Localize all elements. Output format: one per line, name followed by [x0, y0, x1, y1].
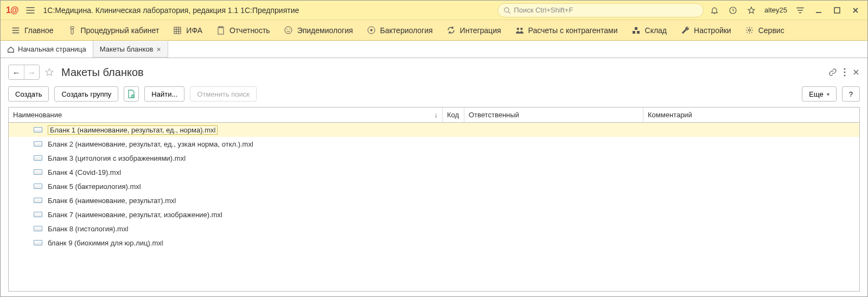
table-row[interactable]: Бланк 3 (цитология с изображениями).mxl: [9, 151, 859, 165]
home-icon: [7, 46, 15, 53]
table-row[interactable]: Бланк 1 (наименование, результат, ед., н…: [9, 123, 859, 137]
table-row[interactable]: Бланк 2 (наименование, результат, ед., у…: [9, 137, 859, 151]
find-button[interactable]: Найти...: [144, 86, 184, 102]
column-header-comment[interactable]: Комментарий: [643, 108, 859, 122]
column-header-responsible[interactable]: Ответственный: [464, 108, 643, 122]
create-button[interactable]: Создать: [8, 86, 49, 102]
menu-item-warehouse[interactable]: Склад: [626, 22, 674, 39]
menu-item-service[interactable]: Сервис: [739, 22, 791, 39]
menu-label: Настройки: [694, 26, 731, 35]
svg-point-11: [286, 29, 288, 30]
nav-forward-button[interactable]: →: [24, 65, 39, 79]
table-row[interactable]: Бланк 8 (гистология).mxl: [9, 222, 859, 236]
table-header: Наименование↓ Код Ответственный Коммента…: [9, 108, 859, 123]
cancel-find-button: Отменить поиск: [190, 86, 257, 102]
people-icon: [515, 26, 524, 35]
global-search-input[interactable]: [514, 6, 698, 14]
svg-rect-7: [174, 27, 181, 34]
tab-close-icon[interactable]: ×: [156, 45, 161, 54]
table-row[interactable]: бланк 9 (биохимия для юр.лиц).mxl: [9, 236, 859, 250]
help-button[interactable]: ?: [842, 86, 860, 102]
document-icon: [34, 155, 42, 161]
document-icon: [34, 226, 42, 231]
kebab-menu-icon[interactable]: [844, 68, 846, 77]
menu-label: Отчетность: [229, 26, 270, 35]
document-icon: [34, 169, 42, 175]
more-button[interactable]: Еще▾: [802, 86, 836, 102]
menu-item-procedural[interactable]: Процедурный кабинет: [61, 22, 166, 39]
svg-point-14: [371, 29, 373, 31]
refresh-icon: [447, 26, 456, 35]
gear-icon: [745, 26, 754, 35]
row-name: Бланк 3 (цитология с изображениями).mxl: [48, 154, 186, 162]
svg-line-1: [508, 11, 510, 13]
smile-icon: [284, 26, 293, 35]
menu-item-main[interactable]: Главное: [5, 22, 60, 39]
global-search[interactable]: [497, 3, 704, 17]
svg-point-15: [516, 28, 519, 30]
row-name: бланк 9 (биохимия для юр.лиц).mxl: [48, 239, 163, 247]
titlebar: 1@ 1С:Медицина. Клиническая лаборатория,…: [1, 1, 867, 20]
document-icon: [34, 127, 42, 132]
row-name: Бланк 7 (наименование, результат, изобра…: [48, 211, 222, 219]
svg-point-20: [749, 29, 751, 31]
nav-back-button[interactable]: ←: [9, 65, 24, 79]
menu-item-epidemiology[interactable]: Эпидемиология: [278, 22, 360, 39]
menu-label: Бактериология: [380, 26, 433, 35]
file-plus-icon: [127, 90, 135, 98]
column-header-name[interactable]: Наименование↓: [9, 108, 443, 122]
create-group-button[interactable]: Создать группу: [54, 86, 118, 102]
load-file-button[interactable]: [124, 86, 139, 102]
search-icon: [503, 7, 510, 14]
tab-form-templates[interactable]: Макеты бланков ×: [93, 41, 168, 58]
main-menu-hamburger-icon[interactable]: [23, 3, 38, 18]
boxes-icon: [632, 26, 641, 35]
tab-label: Начальная страница: [18, 45, 86, 53]
row-name: Бланк 6 (наименование, результат).mxl: [48, 197, 176, 205]
favorite-star-icon[interactable]: [43, 66, 56, 79]
main-menubar: Главное Процедурный кабинет ИФА Отчетнос…: [1, 20, 867, 41]
tab-home[interactable]: Начальная страница: [1, 41, 93, 58]
menu-item-contragents[interactable]: Расчеты с контрагентами: [509, 22, 624, 39]
menu-label: ИФА: [186, 26, 202, 35]
bell-icon[interactable]: [707, 3, 722, 18]
menu-label: Расчеты с контрагентами: [528, 26, 618, 35]
svg-point-16: [520, 28, 522, 30]
menu-item-bacteriology[interactable]: Бактериология: [361, 22, 439, 39]
column-header-code[interactable]: Код: [443, 108, 464, 122]
svg-point-21: [844, 68, 846, 70]
row-name: Бланк 8 (гистология).mxl: [48, 225, 128, 233]
wrench-icon: [681, 26, 690, 35]
menu-label: Процедурный кабинет: [81, 26, 159, 35]
menu-item-integration[interactable]: Интеграция: [441, 22, 508, 39]
content-header: ← → Макеты бланков: [8, 61, 860, 83]
window-close-icon[interactable]: [848, 3, 863, 18]
menu-label: Склад: [645, 26, 667, 35]
svg-point-0: [505, 8, 509, 12]
menu-label: Интеграция: [460, 26, 501, 35]
close-content-icon[interactable]: [852, 68, 860, 76]
history-icon[interactable]: [725, 3, 741, 18]
window-minimize-icon[interactable]: [811, 3, 826, 18]
filter-icon[interactable]: [793, 3, 808, 18]
document-icon: [34, 212, 42, 217]
nav-buttons: ← →: [8, 65, 40, 80]
svg-point-22: [844, 72, 846, 73]
tabbar: Начальная страница Макеты бланков ×: [1, 41, 867, 58]
table-row[interactable]: Бланк 6 (наименование, результат).mxl: [9, 193, 859, 207]
menu-item-ifa[interactable]: ИФА: [167, 22, 209, 39]
tab-label: Макеты бланков: [100, 45, 154, 53]
row-name: Бланк 4 (Covid-19).mxl: [48, 168, 121, 176]
window-maximize-icon[interactable]: [829, 3, 845, 18]
table-row[interactable]: Бланк 5 (бактериология).mxl: [9, 179, 859, 193]
grid-icon: [173, 26, 182, 35]
menu-item-settings[interactable]: Настройки: [674, 22, 738, 39]
table-row[interactable]: Бланк 7 (наименование, результат, изобра…: [9, 207, 859, 222]
username[interactable]: altey25: [762, 6, 789, 14]
menu-item-reports[interactable]: Отчетность: [210, 22, 277, 39]
star-icon[interactable]: [744, 3, 759, 18]
svg-point-23: [844, 75, 846, 77]
link-icon[interactable]: [828, 68, 837, 77]
svg-point-12: [289, 29, 290, 30]
table-row[interactable]: Бланк 4 (Covid-19).mxl: [9, 165, 859, 179]
